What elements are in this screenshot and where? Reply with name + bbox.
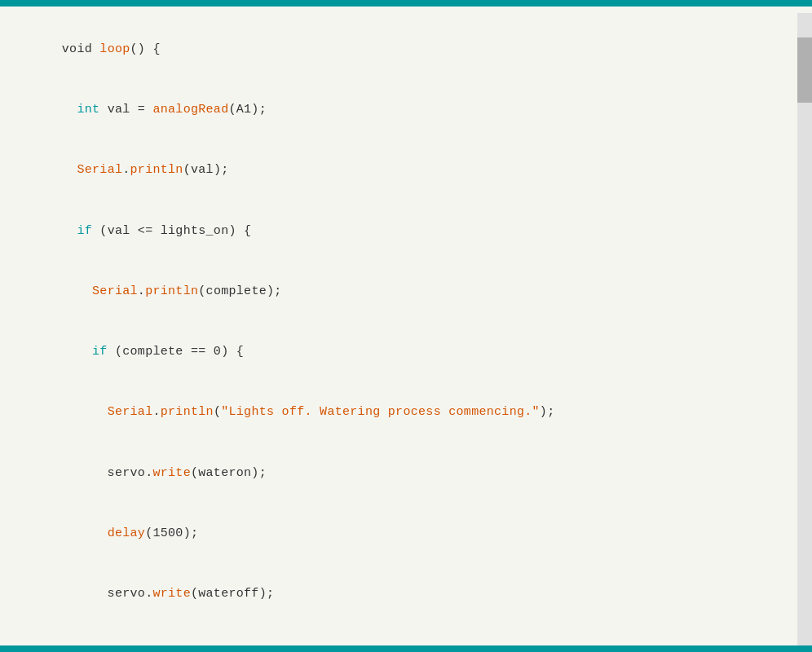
code-line: void loop() { (16, 20, 796, 80)
code-line: servo.write(wateroff); (16, 564, 796, 624)
scrollbar[interactable] (797, 13, 812, 645)
code-line: if (val <= lights_on) { (16, 201, 796, 262)
code-line: delay(1500); (16, 504, 796, 564)
code-line: servo.write(wateron); (16, 443, 796, 504)
scrollbar-thumb[interactable] (797, 37, 812, 103)
code-area[interactable]: void loop() { int val = analogRead(A1); … (0, 7, 812, 652)
code-line: Serial.println("Lights off. Watering pro… (16, 383, 796, 443)
code-line: Serial.println(complete); (16, 262, 796, 322)
code-line: Serial.println(val); (16, 141, 796, 201)
code-line: if (complete == 0) { (16, 322, 796, 382)
top-bar (0, 0, 812, 7)
editor-container: void loop() { int val = analogRead(A1); … (0, 0, 812, 652)
code-line: int val = analogRead(A1); (16, 80, 796, 140)
bottom-bar (0, 645, 812, 652)
